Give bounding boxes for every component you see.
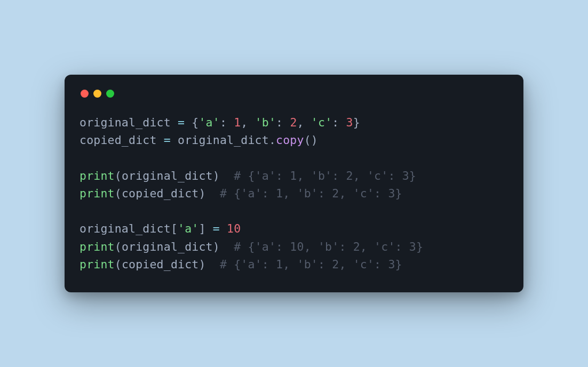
identifier: original_dict bbox=[80, 222, 171, 235]
number: 2 bbox=[290, 116, 297, 129]
paren: ( bbox=[115, 258, 122, 271]
paren: () bbox=[304, 133, 318, 147]
pad bbox=[206, 258, 220, 271]
identifier: original_dict bbox=[178, 133, 269, 147]
minimize-icon[interactable] bbox=[93, 90, 101, 98]
identifier: copied_dict bbox=[122, 258, 199, 271]
window-titlebar bbox=[80, 87, 508, 98]
pad bbox=[220, 240, 234, 253]
method: copy bbox=[276, 133, 304, 147]
number: 10 bbox=[227, 222, 241, 235]
bracket: ] bbox=[198, 222, 205, 235]
number: 1 bbox=[234, 116, 241, 129]
code-block: original_dict = {'a': 1, 'b': 2, 'c': 3}… bbox=[80, 114, 508, 274]
operator: = bbox=[171, 116, 192, 129]
punct: , bbox=[297, 116, 311, 129]
blank-line bbox=[80, 204, 86, 218]
paren: ) bbox=[213, 240, 220, 253]
close-icon[interactable] bbox=[81, 90, 89, 98]
operator: = bbox=[157, 133, 178, 147]
identifier: original_dict bbox=[80, 116, 171, 129]
brace: } bbox=[353, 116, 360, 129]
punct: : bbox=[220, 116, 234, 129]
comment: # {'a': 1, 'b': 2, 'c': 3} bbox=[220, 187, 402, 200]
string: 'a' bbox=[178, 222, 198, 235]
comment: # {'a': 1, 'b': 2, 'c': 3} bbox=[220, 258, 402, 271]
identifier: original_dict bbox=[122, 240, 213, 253]
pad bbox=[220, 169, 234, 182]
operator: = bbox=[206, 222, 227, 235]
code-line-7: original_dict['a'] = 10 bbox=[80, 222, 241, 235]
paren: ( bbox=[115, 240, 122, 253]
brace: { bbox=[192, 116, 198, 129]
function-call: print bbox=[80, 240, 115, 253]
comment: # {'a': 10, 'b': 2, 'c': 3} bbox=[234, 240, 423, 253]
bracket: [ bbox=[171, 222, 178, 235]
code-line-5: print(copied_dict) # {'a': 1, 'b': 2, 'c… bbox=[80, 187, 402, 200]
paren: ) bbox=[198, 258, 205, 271]
blank-line bbox=[80, 151, 86, 164]
maximize-icon[interactable] bbox=[106, 90, 114, 98]
identifier: copied_dict bbox=[122, 187, 199, 200]
punct: : bbox=[332, 116, 346, 129]
number: 3 bbox=[346, 116, 353, 129]
paren: ( bbox=[115, 187, 122, 200]
comment: # {'a': 1, 'b': 2, 'c': 3} bbox=[234, 169, 416, 182]
identifier: copied_dict bbox=[80, 133, 157, 147]
string: 'a' bbox=[198, 116, 219, 129]
identifier: original_dict bbox=[122, 169, 213, 182]
code-line-9: print(copied_dict) # {'a': 1, 'b': 2, 'c… bbox=[80, 258, 402, 271]
paren: ( bbox=[115, 169, 122, 182]
string: 'c' bbox=[311, 116, 332, 129]
paren: ) bbox=[198, 187, 205, 200]
code-line-1: original_dict = {'a': 1, 'b': 2, 'c': 3} bbox=[80, 116, 360, 129]
code-window: original_dict = {'a': 1, 'b': 2, 'c': 3}… bbox=[65, 75, 523, 293]
function-call: print bbox=[80, 187, 115, 200]
function-call: print bbox=[80, 169, 115, 182]
code-line-4: print(original_dict) # {'a': 1, 'b': 2, … bbox=[80, 169, 416, 182]
function-call: print bbox=[80, 258, 115, 271]
punct: . bbox=[269, 133, 276, 147]
paren: ) bbox=[213, 169, 220, 182]
string: 'b' bbox=[255, 116, 276, 129]
punct: , bbox=[241, 116, 255, 129]
code-line-2: copied_dict = original_dict.copy() bbox=[80, 133, 318, 147]
punct: : bbox=[276, 116, 290, 129]
pad bbox=[206, 187, 220, 200]
code-line-8: print(original_dict) # {'a': 10, 'b': 2,… bbox=[80, 240, 423, 253]
